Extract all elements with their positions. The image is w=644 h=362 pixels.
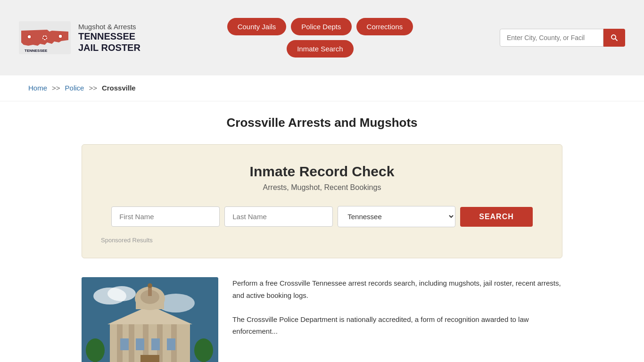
breadcrumb-current: Crossville [102,84,136,92]
search-icon [610,33,619,42]
building-image [82,277,218,362]
svg-line-7 [615,39,617,41]
header-search-input[interactable] [500,29,603,47]
tennessee-logo-icon: TENNESSEE [19,21,71,54]
svg-point-23 [148,283,152,288]
breadcrumb: Home >> Police >> Crossville [0,75,644,101]
page-title: Crossville Arrests and Mugshots [82,115,562,130]
nav-inmate-search[interactable]: Inmate Search [287,40,354,58]
main-content: Crossville Arrests and Mugshots Inmate R… [63,101,581,362]
svg-text:TENNESSEE: TENNESSEE [25,49,48,53]
svg-point-4 [58,34,62,38]
svg-rect-24 [120,338,129,350]
breadcrumb-home-link[interactable]: Home [28,84,47,92]
svg-point-32 [86,338,105,362]
description-area: Perform a free Crossville Tennessee arre… [232,277,562,337]
header-search-area [500,29,625,47]
tagline: Mugshot & Arrests [78,23,140,31]
svg-point-34 [194,338,213,362]
header: TENNESSEE Mugshot & Arrests TENNESSEE JA… [0,0,644,75]
logo-area: TENNESSEE Mugshot & Arrests TENNESSEE JA… [19,21,140,54]
nav-county-jails[interactable]: County Jails [227,18,287,35]
breadcrumb-sep-1: >> [52,84,60,92]
header-search-button[interactable] [603,29,625,47]
sponsored-label: Sponsored Results [101,237,543,244]
svg-rect-28 [140,355,159,362]
svg-point-10 [107,286,136,301]
nav-row-2: Inmate Search [287,40,354,58]
svg-rect-27 [167,338,175,350]
description-text-2: The Crossville Police Department is nati… [232,313,562,337]
svg-rect-14 [129,324,134,362]
logo-text: Mugshot & Arrests TENNESSEE JAIL ROSTER [78,23,140,53]
breadcrumb-police-link[interactable]: Police [65,84,84,92]
last-name-input[interactable] [224,206,333,227]
nav-row-1: County Jails Police Depts Corrections [227,18,413,35]
navigation: County Jails Police Depts Corrections In… [227,18,413,58]
record-search-form: AlabamaAlaskaArizonaArkansasCaliforniaCo… [101,206,543,227]
record-check-box: Inmate Record Check Arrests, Mugshot, Re… [82,144,562,258]
record-search-button[interactable]: SEARCH [460,207,533,227]
svg-rect-25 [136,338,144,350]
record-check-title: Inmate Record Check [101,164,543,180]
site-title: TENNESSEE JAIL ROSTER [78,31,140,53]
svg-point-5 [27,35,31,39]
svg-rect-26 [151,338,160,350]
breadcrumb-sep-2: >> [89,84,97,92]
description-text-1: Perform a free Crossville Tennessee arre… [232,277,562,301]
nav-corrections[interactable]: Corrections [356,18,413,35]
bottom-section: Perform a free Crossville Tennessee arre… [82,277,562,362]
first-name-input[interactable] [111,206,220,227]
record-check-subtitle: Arrests, Mugshot, Recent Bookings [101,183,543,192]
state-select[interactable]: AlabamaAlaskaArizonaArkansasCaliforniaCo… [338,206,455,227]
nav-police-depts[interactable]: Police Depts [291,18,351,35]
